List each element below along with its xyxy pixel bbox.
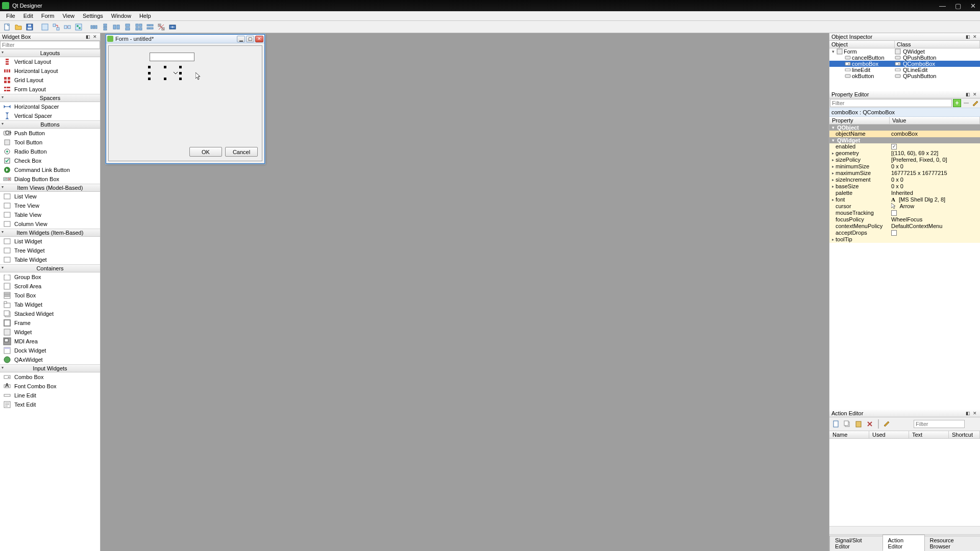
ok-button[interactable]: OK <box>189 147 222 157</box>
break-layout-button[interactable] <box>156 22 166 32</box>
layout-vertical-button[interactable] <box>100 22 110 32</box>
oi-row[interactable]: ▾lineEditQLineEdit <box>829 67 980 73</box>
wb-item[interactable]: Table View <box>0 210 100 219</box>
wb-item[interactable]: OKPush Button <box>0 129 100 138</box>
pe-row[interactable]: toolTip <box>829 236 980 243</box>
layout-horizontal-button[interactable] <box>89 22 99 32</box>
edit-buddies-button[interactable] <box>62 22 72 32</box>
menu-edit[interactable]: Edit <box>19 12 37 20</box>
menu-file[interactable]: File <box>2 12 19 20</box>
dock-float-icon[interactable]: ◧ <box>965 91 971 97</box>
pe-row[interactable]: maximumSize16777215 x 16777215 <box>829 170 980 177</box>
new-action-button[interactable] <box>831 419 841 429</box>
action-list[interactable] <box>829 439 980 526</box>
combo-box-widget[interactable] <box>150 67 180 79</box>
ae-col-used[interactable]: Used <box>869 431 909 438</box>
pe-col-value[interactable]: Value <box>890 117 980 124</box>
menu-view[interactable]: View <box>58 12 79 20</box>
menu-settings[interactable]: Settings <box>79 12 107 20</box>
wb-item[interactable]: Radio Button <box>0 147 100 156</box>
layout-grid-button[interactable] <box>134 22 144 32</box>
wb-item[interactable]: Combo Box <box>0 372 100 382</box>
ae-col-text[interactable]: Text <box>909 431 949 438</box>
delete-action-button[interactable] <box>865 419 875 429</box>
form-canvas[interactable]: OK Cancel <box>108 45 262 161</box>
wb-item[interactable]: Horizontal Spacer <box>0 102 100 111</box>
pe-col-property[interactable]: Property <box>829 117 890 124</box>
widget-box-list[interactable]: LayoutsVertical LayoutHorizontal LayoutG… <box>0 49 100 551</box>
wb-item[interactable]: Vertical Spacer <box>0 111 100 120</box>
dock-float-icon[interactable]: ◧ <box>965 410 971 416</box>
form-min-button[interactable]: ▁ <box>237 36 245 42</box>
dock-float-icon[interactable]: ◧ <box>965 34 971 40</box>
oi-row[interactable]: ▾cancelButtonQPushButton <box>829 55 980 61</box>
pe-row[interactable]: mouseTracking <box>829 210 980 216</box>
form-window[interactable]: Form - untitled* ▁ ▢ ✕ <box>106 34 265 164</box>
wb-item[interactable]: Command Link Button <box>0 165 100 174</box>
tab-resource-browser[interactable]: Resource Browser <box>924 536 980 551</box>
wb-category[interactable]: Input Widgets <box>0 364 100 372</box>
wb-category[interactable]: Spacers <box>0 94 100 102</box>
pe-row[interactable]: objectNamecomboBox <box>829 131 980 137</box>
paste-action-button[interactable] <box>853 419 864 429</box>
wb-item[interactable]: Widget <box>0 328 100 337</box>
wb-item[interactable]: Column View <box>0 219 100 229</box>
form-window-titlebar[interactable]: Form - untitled* ▁ ▢ ✕ <box>106 35 264 43</box>
dock-close-icon[interactable]: ✕ <box>972 34 978 40</box>
oi-row[interactable]: ▾FormQWidget <box>829 48 980 55</box>
maximize-button[interactable]: ▢ <box>955 2 961 10</box>
action-hscroll[interactable] <box>829 526 980 534</box>
property-config-button[interactable] <box>971 99 979 107</box>
open-button[interactable] <box>13 22 23 32</box>
wb-category[interactable]: Item Widgets (Item-Based) <box>0 229 100 237</box>
wb-item[interactable]: MDI Area <box>0 337 100 346</box>
line-edit-widget[interactable] <box>150 53 194 61</box>
form-max-button[interactable]: ▢ <box>246 36 254 42</box>
wb-item[interactable]: Group Box <box>0 272 100 282</box>
oi-row[interactable]: ▾comboBoxQComboBox <box>829 61 980 67</box>
widget-box-filter[interactable] <box>0 41 100 49</box>
wb-item[interactable]: Vertical Layout <box>0 57 100 66</box>
property-table[interactable]: Property Value ▾QObjectobjectNamecomboBo… <box>829 117 980 410</box>
wb-item[interactable]: List View <box>0 192 100 201</box>
wb-item[interactable]: List Widget <box>0 237 100 246</box>
action-filter[interactable] <box>914 420 965 428</box>
tab-action-editor[interactable]: Action Editor <box>883 535 925 551</box>
pe-row[interactable]: sizeIncrement0 x 0 <box>829 177 980 183</box>
menu-window[interactable]: Window <box>107 12 135 20</box>
pe-row[interactable]: baseSize0 x 0 <box>829 183 980 190</box>
save-button[interactable] <box>24 22 35 32</box>
layout-hsplitter-button[interactable] <box>111 22 121 32</box>
configure-action-button[interactable] <box>882 419 892 429</box>
menu-help[interactable]: Help <box>135 12 155 20</box>
adjust-size-button[interactable] <box>167 22 178 32</box>
wb-item[interactable]: Grid Layout <box>0 76 100 85</box>
wb-item[interactable]: Dialog Button Box <box>0 174 100 184</box>
wb-item[interactable]: AFont Combo Box <box>0 382 100 391</box>
pe-row[interactable]: enabled✓ <box>829 143 980 150</box>
wb-item[interactable]: Line Edit <box>0 391 100 400</box>
wb-item[interactable]: Frame <box>0 318 100 328</box>
edit-widgets-button[interactable] <box>40 22 50 32</box>
ae-col-name[interactable]: Name <box>829 431 869 438</box>
object-inspector[interactable]: Object Class ▾FormQWidget▾cancelButtonQP… <box>829 41 980 91</box>
minimize-button[interactable]: — <box>939 2 946 10</box>
wb-item[interactable]: Horizontal Layout <box>0 66 100 76</box>
pe-row[interactable]: contextMenuPolicyDefaultContextMenu <box>829 223 980 230</box>
wb-category[interactable]: Buttons <box>0 120 100 129</box>
layout-vsplitter-button[interactable] <box>122 22 133 32</box>
add-dynamic-property-button[interactable]: + <box>953 99 961 107</box>
pe-row[interactable]: acceptDrops <box>829 230 980 236</box>
pe-row[interactable]: focusPolicyWheelFocus <box>829 216 980 223</box>
wb-item[interactable]: Table Widget <box>0 255 100 264</box>
wb-item[interactable]: Scroll Area <box>0 282 100 291</box>
pe-row[interactable]: fontA [MS Shell Dlg 2, 8] <box>829 196 980 203</box>
dock-close-icon[interactable]: ✕ <box>972 91 978 97</box>
wb-item[interactable]: Tab Widget <box>0 300 100 309</box>
edit-signals-button[interactable] <box>51 22 61 32</box>
mdi-area[interactable]: Form - untitled* ▁ ▢ ✕ <box>101 33 829 551</box>
oi-row[interactable]: ▾okButtonQPushButton <box>829 73 980 79</box>
property-filter[interactable] <box>830 99 952 107</box>
dock-float-icon[interactable]: ◧ <box>85 34 91 40</box>
wb-item[interactable]: Check Box <box>0 156 100 165</box>
